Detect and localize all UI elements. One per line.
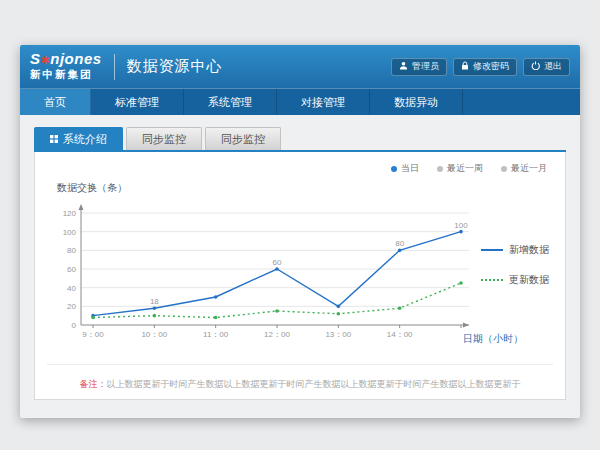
svg-text:100: 100 xyxy=(63,228,77,237)
time-filter-legend: 当日 最近一周 最近一月 xyxy=(47,158,553,175)
power-icon xyxy=(531,61,540,72)
x-axis-title: 日期（小时） xyxy=(463,332,523,346)
tab-sync-monitor-2[interactable]: 同步监控 xyxy=(205,127,281,150)
company-name: 新中新集团 xyxy=(30,68,102,82)
logo-text: S✱njones xyxy=(30,51,102,66)
nav-item-data-change[interactable]: 数据异动 xyxy=(370,89,463,115)
page-title: 数据资源中心 xyxy=(127,57,223,76)
footnote-text: 以上数据更新于时间产生数据以上数据更新于时间产生数据以上数据更新于时间产生数据以… xyxy=(107,379,521,389)
svg-text:13：00: 13：00 xyxy=(325,330,351,339)
svg-text:60: 60 xyxy=(67,265,76,274)
brand-logo: S✱njones 新中新集团 xyxy=(30,51,102,82)
svg-text:18: 18 xyxy=(150,297,159,306)
desktop-background: S✱njones 新中新集团 数据资源中心 管理员 修改密码 退出 xyxy=(0,0,600,450)
svg-text:12：00: 12：00 xyxy=(264,330,290,339)
content-area: 系统介绍 同步监控 同步监控 当日 最近一周 最近一月 数据交换（条） 0204… xyxy=(20,115,580,418)
logout-button[interactable]: 退出 xyxy=(523,58,570,76)
header-divider xyxy=(114,54,115,80)
dot-icon xyxy=(501,166,507,172)
filter-last-week[interactable]: 最近一周 xyxy=(437,162,483,175)
tab-label: 系统介绍 xyxy=(63,132,107,147)
svg-text:9：00: 9：00 xyxy=(82,330,104,339)
admin-button-label: 管理员 xyxy=(412,60,439,73)
logo-star-icon: ✱ xyxy=(41,54,51,66)
app-header: S✱njones 新中新集团 数据资源中心 管理员 修改密码 退出 xyxy=(20,45,580,88)
nav-item-home[interactable]: 首页 xyxy=(20,89,91,115)
tab-sync-monitor-1[interactable]: 同步监控 xyxy=(126,127,202,150)
user-icon xyxy=(399,61,408,72)
svg-text:20: 20 xyxy=(67,302,76,311)
logo-prefix: S xyxy=(30,50,41,67)
svg-text:0: 0 xyxy=(72,321,77,330)
main-nav: 首页 标准管理 系统管理 对接管理 数据异动 xyxy=(20,88,580,115)
logo-suffix: njones xyxy=(50,50,101,67)
tab-system-intro[interactable]: 系统介绍 xyxy=(34,127,123,150)
svg-text:100: 100 xyxy=(454,221,468,230)
svg-text:11：00: 11：00 xyxy=(203,330,229,339)
chart-area: 0204060801001209：0010：0011：0012：0013：001… xyxy=(47,197,553,360)
svg-text:14：00: 14：00 xyxy=(387,330,413,339)
svg-text:40: 40 xyxy=(67,284,76,293)
footnote-prefix: 备注： xyxy=(80,379,107,389)
svg-text:80: 80 xyxy=(67,246,76,255)
lock-icon xyxy=(461,61,469,72)
dot-icon xyxy=(391,166,397,172)
filter-last-month[interactable]: 最近一月 xyxy=(501,162,547,175)
series-legend-item[interactable]: 更新数据 xyxy=(481,273,549,287)
tab-bar: 系统介绍 同步监控 同步监控 xyxy=(34,127,566,152)
nav-item-connect-mgmt[interactable]: 对接管理 xyxy=(277,89,370,115)
filter-label: 最近一周 xyxy=(447,162,483,175)
legend-label: 更新数据 xyxy=(509,273,549,287)
legend-line-sample xyxy=(481,249,503,251)
user-actions: 管理员 修改密码 退出 xyxy=(391,58,570,76)
legend-label: 新增数据 xyxy=(509,243,549,257)
legend-line-sample xyxy=(481,279,503,281)
svg-text:10：00: 10：00 xyxy=(141,330,167,339)
svg-text:60: 60 xyxy=(273,258,282,267)
filter-today[interactable]: 当日 xyxy=(391,162,419,175)
dot-icon xyxy=(437,166,443,172)
nav-item-standard-mgmt[interactable]: 标准管理 xyxy=(91,89,184,115)
filter-label: 当日 xyxy=(401,162,419,175)
svg-text:80: 80 xyxy=(395,239,404,248)
change-password-button[interactable]: 修改密码 xyxy=(453,58,517,76)
change-password-button-label: 修改密码 xyxy=(473,60,509,73)
nav-item-system-mgmt[interactable]: 系统管理 xyxy=(184,89,277,115)
line-chart: 0204060801001209：0010：0011：0012：0013：001… xyxy=(47,197,477,347)
grid-icon xyxy=(50,133,58,145)
series-legend-item[interactable]: 新增数据 xyxy=(481,243,549,257)
y-axis-title: 数据交换（条） xyxy=(57,181,553,195)
admin-button[interactable]: 管理员 xyxy=(391,58,447,76)
chart-legend: 新增数据更新数据 xyxy=(481,243,549,287)
chart-panel: 当日 最近一周 最近一月 数据交换（条） 0204060801001209：00… xyxy=(34,152,566,400)
footnote: 备注：以上数据更新于时间产生数据以上数据更新于时间产生数据以上数据更新于时间产生… xyxy=(47,364,553,391)
svg-text:120: 120 xyxy=(63,209,77,218)
app-window: S✱njones 新中新集团 数据资源中心 管理员 修改密码 退出 xyxy=(20,45,580,418)
filter-label: 最近一月 xyxy=(511,162,547,175)
logout-button-label: 退出 xyxy=(544,60,562,73)
